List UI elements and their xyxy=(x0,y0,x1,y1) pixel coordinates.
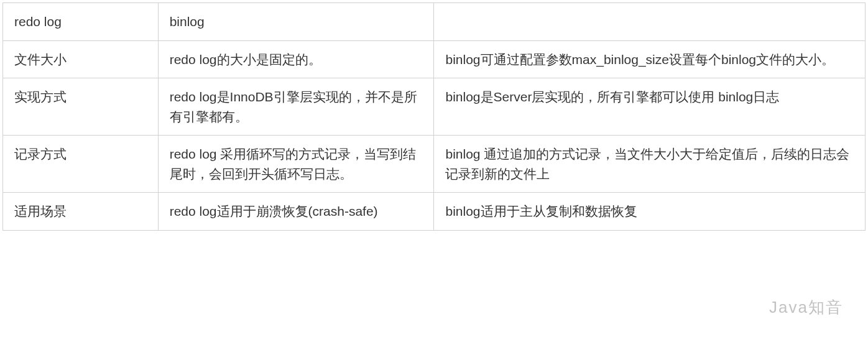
cell-label: 实现方式 xyxy=(3,78,159,136)
cell-binlog: binlog 通过追加的方式记录，当文件大小大于给定值后，后续的日志会记录到新的… xyxy=(434,136,866,193)
cell-redo: redo log 采用循环写的方式记录，当写到结尾时，会回到开头循环写日志。 xyxy=(158,136,434,193)
cell-label: redo log xyxy=(3,3,159,41)
cell-redo: redo log是InnoDB引擎层实现的，并不是所有引擎都有。 xyxy=(158,78,434,136)
cell-binlog xyxy=(434,3,866,41)
cell-binlog: binlog是Server层实现的，所有引擎都可以使用 binlog日志 xyxy=(434,78,866,136)
comparison-table: redo log binlog 文件大小 redo log的大小是固定的。 bi… xyxy=(2,2,866,231)
table-row: 文件大小 redo log的大小是固定的。 binlog可通过配置参数max_b… xyxy=(3,40,866,78)
table-row: 实现方式 redo log是InnoDB引擎层实现的，并不是所有引擎都有。 bi… xyxy=(3,78,866,136)
cell-label: 记录方式 xyxy=(3,136,159,193)
cell-redo: redo log的大小是固定的。 xyxy=(158,40,434,78)
table-row: 适用场景 redo log适用于崩溃恢复(crash-safe) binlog适… xyxy=(3,193,866,231)
table-row: redo log binlog xyxy=(3,3,866,41)
cell-binlog: binlog可通过配置参数max_binlog_size设置每个binlog文件… xyxy=(434,40,866,78)
cell-redo: redo log适用于崩溃恢复(crash-safe) xyxy=(158,193,434,231)
cell-label: 适用场景 xyxy=(3,193,159,231)
cell-binlog: binlog适用于主从复制和数据恢复 xyxy=(434,193,866,231)
table-row: 记录方式 redo log 采用循环写的方式记录，当写到结尾时，会回到开头循环写… xyxy=(3,136,866,193)
cell-label: 文件大小 xyxy=(3,40,159,78)
cell-redo: binlog xyxy=(158,3,434,41)
